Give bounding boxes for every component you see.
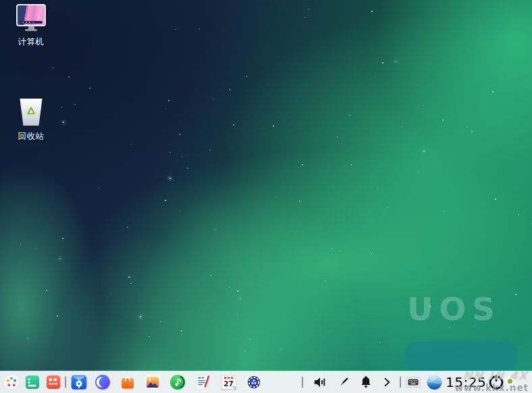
- desktop-icon-label: 计算机: [9, 36, 53, 48]
- computer-icon: [9, 4, 53, 31]
- uos-watermark-pill: [404, 341, 518, 371]
- globe-icon: [426, 374, 443, 391]
- dock-item-text-editor[interactable]: [194, 374, 211, 390]
- browser-icon: [95, 374, 111, 390]
- dock-item-multitasking-view[interactable]: [25, 375, 40, 390]
- multitasking-view-icon: [25, 375, 40, 390]
- tray-item-notifications[interactable]: [358, 375, 373, 390]
- taskbar-clock[interactable]: 15:25: [446, 374, 486, 390]
- dock-item-image-viewer[interactable]: [144, 374, 161, 390]
- pen-icon: [336, 375, 351, 390]
- dock-separator: [65, 377, 66, 388]
- site-watermark-logo-icon: [505, 376, 514, 386]
- control-center-icon: [245, 373, 263, 391]
- chevron-right-icon: [380, 375, 394, 389]
- taskbar: 27 ✎: [0, 371, 532, 393]
- calculator-icon: [46, 375, 61, 390]
- desktop-icon-computer[interactable]: 计算机: [9, 4, 53, 48]
- tray-separator: [302, 377, 303, 388]
- dock-item-control-center[interactable]: [245, 373, 263, 391]
- launcher-icon: [4, 375, 19, 390]
- pencil-icon: ✎: [232, 385, 237, 391]
- dock-item-launcher[interactable]: [4, 375, 19, 390]
- dock-item-calculator[interactable]: [46, 375, 61, 390]
- dock-item-app-store[interactable]: [119, 374, 136, 390]
- speaker-icon: [313, 375, 327, 390]
- recycle-symbol-icon: [25, 105, 37, 117]
- music-icon: [169, 374, 186, 390]
- tray-item-network-globe[interactable]: [426, 374, 443, 391]
- calendar-icon: 27 ✎: [221, 375, 236, 390]
- keyboard-icon: [406, 377, 421, 388]
- power-button[interactable]: [487, 373, 505, 391]
- tray-separator: [400, 377, 401, 388]
- tray-item-volume[interactable]: [313, 375, 327, 390]
- dock-item-browser[interactable]: [95, 374, 111, 390]
- desktop-icon-label: 回收站: [9, 131, 53, 142]
- app-store-icon: [119, 374, 136, 390]
- dock-item-file-manager[interactable]: [70, 373, 88, 391]
- text-editor-icon: [194, 374, 211, 390]
- tray-item-virtual-keyboard[interactable]: [406, 377, 421, 388]
- tray-item-expand[interactable]: [380, 375, 394, 389]
- bell-icon: [358, 375, 373, 390]
- power-icon: [487, 373, 505, 391]
- desktop-icon-recycle-bin[interactable]: 回收站: [9, 99, 53, 142]
- uos-desktop: UOS 计算机: [0, 0, 532, 393]
- file-manager-icon: [70, 373, 88, 391]
- dock-item-music[interactable]: [169, 374, 186, 390]
- image-viewer-icon: [144, 374, 161, 390]
- dock-item-calendar[interactable]: 27 ✎: [221, 375, 236, 390]
- uos-watermark-text: UOS: [407, 290, 501, 328]
- trash-can-icon: [19, 99, 43, 126]
- tray-item-screen-capture[interactable]: [336, 375, 351, 390]
- aurora-wallpaper: UOS: [0, 0, 532, 393]
- stars-field: [0, 0, 532, 393]
